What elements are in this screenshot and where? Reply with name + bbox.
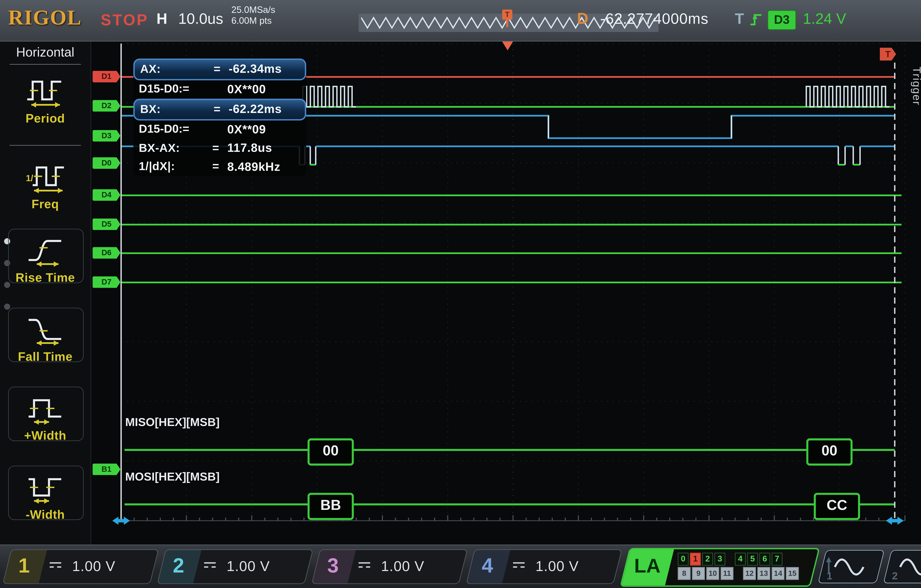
menu-label-fall-time: Fall Time [7, 350, 84, 364]
la-digit[interactable]: 12 [743, 567, 756, 580]
la-digit[interactable]: 2 [702, 553, 713, 565]
plus-width-icon [24, 389, 66, 427]
channel-2-number: 2 [173, 554, 184, 577]
trigger-delay-marker-icon[interactable] [502, 41, 513, 50]
channel-3-block[interactable]: 3 1.00 V [311, 549, 468, 584]
waveform-d2-burst [806, 86, 889, 107]
channel-3-scale: 1.00 V [381, 558, 425, 575]
memory-depth: 6.00M pts [231, 16, 275, 26]
period-icon [24, 72, 66, 111]
waveform-display-area[interactable]: T Trigger AX: = -62.34ms D15-D0:= 0X**00… [0, 0, 921, 588]
la-digit[interactable]: 6 [759, 553, 770, 565]
rising-slope-icon [749, 10, 763, 30]
dc-coupling-icon [513, 562, 525, 570]
minus-width-icon [24, 468, 66, 507]
sample-rate-block: 25.0MSa/s 6.00M pts [231, 5, 275, 26]
bx-label: BX: [140, 103, 205, 116]
channel-1-number: 1 [18, 554, 30, 577]
la-digit[interactable]: 10 [706, 567, 719, 580]
trigger-source-badge[interactable]: D3 [768, 10, 796, 30]
la-label: LA [634, 555, 661, 577]
miso-bus-label: MISO[HEX][MSB] [125, 416, 220, 430]
cursor-bus-a-row: D15-D0:= 0X**00 [133, 80, 306, 99]
generator-2-number: 2 [892, 570, 898, 581]
cursor-readout-panel: AX: = -62.34ms D15-D0:= 0X**00 BX: = -62… [133, 59, 306, 176]
delay-value[interactable]: -62.2774000ms [600, 10, 709, 28]
waveform-d2-burst [303, 86, 356, 107]
bus-value-box-miso: 00 [806, 438, 853, 466]
channel-tag-d2[interactable]: D2 [93, 100, 120, 112]
channel-1-scale: 1.00 V [72, 558, 116, 575]
menu-item-plus-width[interactable]: +Width [7, 389, 84, 443]
channel-tag-b1[interactable]: B1 [93, 464, 120, 475]
channel-4-block[interactable]: 4 1.00 V [466, 549, 622, 584]
la-digit[interactable]: 5 [747, 553, 758, 565]
channel-tag-d1[interactable]: D1 [93, 71, 120, 82]
bx-value: -62.22ms [229, 102, 282, 117]
channel-tag-d3[interactable]: D3 [93, 130, 120, 142]
la-digit-grid: 0 1 2 3 4 5 6 7 8 9 10 11 12 [678, 553, 800, 581]
channel-1-block[interactable]: 1 1.00 V [2, 549, 159, 584]
menu-item-rise-time[interactable]: Rise Time [7, 231, 84, 285]
svg-text:1/: 1/ [26, 173, 33, 183]
dc-coupling-icon [204, 562, 216, 570]
sample-rate: 25.0MSa/s [231, 5, 275, 16]
la-digit[interactable]: 7 [771, 553, 783, 565]
acquisition-status[interactable]: STOP [101, 11, 148, 29]
ax-label: AX: [140, 62, 205, 76]
dc-coupling-icon [50, 562, 61, 570]
channel-tag-d7[interactable]: D7 [93, 277, 120, 288]
la-digit[interactable]: 4 [735, 553, 746, 565]
channel-4-scale: 1.00 V [535, 558, 579, 575]
ax-value: -62.34ms [229, 62, 282, 77]
generator-2-block[interactable]: 2 [883, 550, 921, 583]
menu-item-minus-width[interactable]: -Width [7, 468, 84, 522]
menu-label-minus-width: -Width [7, 508, 84, 522]
menu-label-freq: Freq [7, 197, 84, 212]
cursor-freq-row: 1/|dX|: = 8.489kHz [133, 158, 306, 176]
ruler-trigger-flag[interactable]: T [502, 10, 512, 20]
bus-value-box-miso: 00 [308, 438, 354, 466]
channel-3-number: 3 [327, 554, 339, 577]
la-digit[interactable]: 1 [690, 553, 701, 565]
timebase-value[interactable]: 10.0us [178, 10, 223, 28]
channel-2-scale: 1.00 V [226, 558, 270, 575]
logic-analyzer-block[interactable]: LA 0 1 2 3 4 5 6 7 8 9 10 [620, 548, 820, 587]
freq-value: 8.489kHz [227, 160, 280, 174]
la-digit[interactable]: 15 [786, 567, 799, 580]
cursor-bus-b-row: D15-D0:= 0X**09 [133, 120, 306, 139]
la-digit[interactable]: 9 [692, 567, 705, 580]
channel-4-number: 4 [482, 554, 493, 577]
menu-label-plus-width: +Width [7, 429, 84, 443]
menu-item-freq[interactable]: 1/ Freq [7, 158, 84, 212]
channel-2-block[interactable]: 2 1.00 V [157, 549, 313, 584]
menu-label-period: Period [7, 112, 84, 126]
horizontal-menu-label[interactable]: H [156, 10, 168, 28]
la-digit[interactable]: 3 [714, 553, 726, 565]
menu-item-fall-time[interactable]: Fall Time [7, 310, 84, 364]
channel-tag-d5[interactable]: D5 [93, 218, 120, 230]
cursor-delta-row: BX-AX: = 117.8us [133, 139, 306, 158]
la-digit[interactable]: 11 [721, 567, 734, 580]
left-menu-title: Horizontal [0, 45, 90, 60]
delta-value: 117.8us [227, 141, 272, 156]
menu-label-rise-time: Rise Time [7, 271, 84, 285]
bus-a-value: 0X**00 [227, 82, 266, 96]
channel-tag-d4[interactable]: D4 [93, 189, 120, 201]
mosi-bus-label: MOSI[HEX][MSB] [125, 470, 220, 484]
oscilloscope-screen: T Trigger AX: = -62.34ms D15-D0:= 0X**00… [0, 0, 921, 588]
la-digit[interactable]: 13 [757, 567, 770, 580]
la-digit[interactable]: 8 [678, 567, 691, 580]
la-digit[interactable]: 0 [678, 553, 688, 565]
fall-time-icon [24, 310, 66, 349]
channel-tag-d0[interactable]: D0 [93, 157, 120, 169]
menu-item-period[interactable]: Period [7, 72, 84, 126]
generator-1-number: 1 [827, 570, 832, 581]
channel-tag-d6[interactable]: D6 [93, 247, 120, 259]
trigger-level-value[interactable]: 1.24 V [803, 10, 846, 28]
cursor-bx-row: BX: = -62.22ms [133, 99, 306, 120]
la-digit[interactable]: 14 [771, 567, 784, 580]
freq-icon: 1/ [24, 158, 66, 196]
generator-1-block[interactable]: 1 [818, 550, 885, 583]
rise-time-icon [24, 231, 66, 270]
